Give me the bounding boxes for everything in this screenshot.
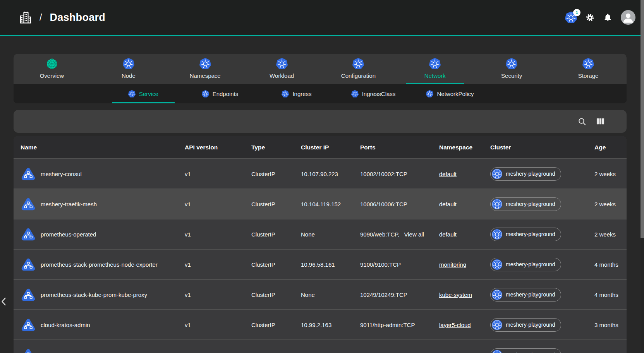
namespace-link[interactable]: monitoring <box>439 261 466 268</box>
subtab-label: Service <box>139 91 158 97</box>
namespace-link[interactable]: layer5-cloud <box>439 322 471 328</box>
column-header-api-version: API version <box>185 144 251 151</box>
cluster-chip[interactable]: meshery-playground <box>490 348 561 353</box>
namespace-link[interactable]: default <box>439 171 457 177</box>
table-row[interactable]: meshery-consul v1 ClusterIP 10.107.90.22… <box>14 158 627 188</box>
table-row[interactable]: meshery meshery-playground <box>14 339 627 353</box>
service-resource-icon <box>21 318 36 332</box>
namespace-link[interactable]: default <box>439 231 457 238</box>
table-row[interactable]: meshery-traefik-mesh v1 ClusterIP 10.104… <box>14 188 627 219</box>
page-scrollbar[interactable] <box>641 0 644 353</box>
cluster-ip-cell: 10.96.58.161 <box>301 261 360 268</box>
tab-node[interactable]: Node <box>90 54 167 84</box>
building-icon <box>19 11 32 24</box>
notifications-bell-icon[interactable] <box>603 13 613 22</box>
tab-label: Security <box>501 72 522 79</box>
age-cell: 4 months <box>594 261 627 268</box>
page-title: Dashboard <box>50 12 105 24</box>
column-header-cluster: Cluster <box>490 144 594 151</box>
scrollbar-thumb[interactable] <box>641 0 644 238</box>
tab-label: Configuration <box>341 72 376 79</box>
table-body: meshery-consul v1 ClusterIP 10.107.90.22… <box>14 158 627 353</box>
view-all-link[interactable]: View all <box>404 231 424 238</box>
services-table: NameAPI versionTypeCluster IPPortsNamesp… <box>14 136 627 353</box>
api-version-cell: v1 <box>185 231 251 238</box>
subtab-label: Endpoints <box>213 91 239 97</box>
user-avatar[interactable] <box>621 10 635 25</box>
cluster-chip[interactable]: meshery-playground <box>490 197 561 211</box>
table-row[interactable]: prometheus-stack-prometheus-node-exporte… <box>14 249 627 279</box>
column-header-age: Age <box>594 144 627 151</box>
table-row[interactable]: cloud-kratos-admin v1 ClusterIP 10.99.2.… <box>14 309 627 339</box>
kubernetes-icon <box>492 229 502 240</box>
column-header-name: Name <box>21 144 185 151</box>
cluster-chip[interactable]: meshery-playground <box>490 228 561 241</box>
cluster-chip[interactable]: meshery-playground <box>490 258 561 271</box>
tab-configuration[interactable]: Configuration <box>320 54 397 84</box>
sub-tabs: Service Endpoints Ingress IngressClass N… <box>14 84 627 103</box>
kubernetes-icon <box>492 350 502 353</box>
ports-cell: 10249/10249:TCP <box>360 291 439 298</box>
kubernetes-icon <box>276 58 288 70</box>
cluster-ip-cell: None <box>301 231 360 238</box>
age-cell: 4 months <box>594 291 627 298</box>
table-row[interactable]: prometheus-operated v1 ClusterIP None 90… <box>14 219 627 249</box>
type-cell: ClusterIP <box>251 171 301 177</box>
ports-cell: 9090/web:TCP, View all <box>360 231 439 238</box>
tab-label: Namespace <box>190 72 221 79</box>
api-version-cell: v1 <box>185 322 251 328</box>
tab-network[interactable]: Network <box>397 54 473 84</box>
service-name: cloud-kratos-admin <box>41 322 90 328</box>
subtab-service[interactable]: Service <box>105 84 182 103</box>
service-resource-icon <box>21 167 36 181</box>
subtab-networkpolicy[interactable]: NetworkPolicy <box>412 84 488 103</box>
tab-namespace[interactable]: Namespace <box>167 54 244 84</box>
service-resource-icon <box>21 348 36 353</box>
tab-storage[interactable]: Storage <box>550 54 627 84</box>
context-count-badge: 1 <box>573 9 580 16</box>
cluster-ip-cell: 10.104.119.152 <box>301 201 360 207</box>
kubernetes-icon <box>352 58 364 70</box>
tab-label: Workload <box>270 72 294 79</box>
subtab-endpoints[interactable]: Endpoints <box>182 84 258 103</box>
table-header-row: NameAPI versionTypeCluster IPPortsNamesp… <box>14 136 627 158</box>
cluster-ip-cell: None <box>301 291 360 298</box>
kubernetes-icon <box>429 58 441 70</box>
column-header-type: Type <box>251 144 301 151</box>
cluster-chip[interactable]: meshery-playground <box>490 167 561 181</box>
ports-cell: 9011/http-admin:TCP <box>360 322 439 328</box>
api-version-cell: v1 <box>185 201 251 207</box>
age-cell: 2 weeks <box>594 231 627 238</box>
main-tabs: Overview Node Namespace Workload Configu… <box>14 54 627 84</box>
subtab-label: IngressClass <box>362 91 396 97</box>
tab-security[interactable]: Security <box>473 54 550 84</box>
namespace-link[interactable]: kube-system <box>439 291 472 298</box>
search-icon[interactable] <box>577 117 587 126</box>
view-columns-icon[interactable] <box>596 117 605 126</box>
subtab-ingress[interactable]: Ingress <box>258 84 335 103</box>
service-name: meshery-traefik-mesh <box>41 201 97 207</box>
collapse-panel-chevron-icon[interactable] <box>1 297 7 306</box>
namespace-link[interactable]: default <box>439 201 457 207</box>
service-resource-icon <box>21 288 36 302</box>
kubernetes-icon <box>199 58 211 70</box>
cluster-chip[interactable]: meshery-playground <box>490 288 561 302</box>
namespace-link[interactable]: meshery <box>439 352 462 353</box>
tab-workload[interactable]: Workload <box>244 54 320 84</box>
subtab-ingressclass[interactable]: IngressClass <box>335 84 412 103</box>
kubernetes-icon <box>492 259 502 270</box>
column-header-ports: Ports <box>360 144 439 151</box>
kubernetes-icon <box>582 58 594 70</box>
ports-cell: 10006/10006:TCP <box>360 201 439 207</box>
ports-cell: 9100/9100:TCP <box>360 261 439 268</box>
api-version-cell: v1 <box>185 171 251 177</box>
kubernetes-icon <box>202 90 209 98</box>
api-version-cell: v1 <box>185 261 251 268</box>
tab-label: Node <box>122 72 136 79</box>
settings-gear-icon[interactable] <box>585 13 595 22</box>
age-cell: 3 months <box>594 322 627 328</box>
kubernetes-context-icon[interactable]: 1 <box>565 12 577 24</box>
cluster-chip[interactable]: meshery-playground <box>490 318 561 332</box>
tab-overview[interactable]: Overview <box>14 54 90 84</box>
table-row[interactable]: prometheus-stack-kube-prom-kube-proxy v1… <box>14 279 627 309</box>
